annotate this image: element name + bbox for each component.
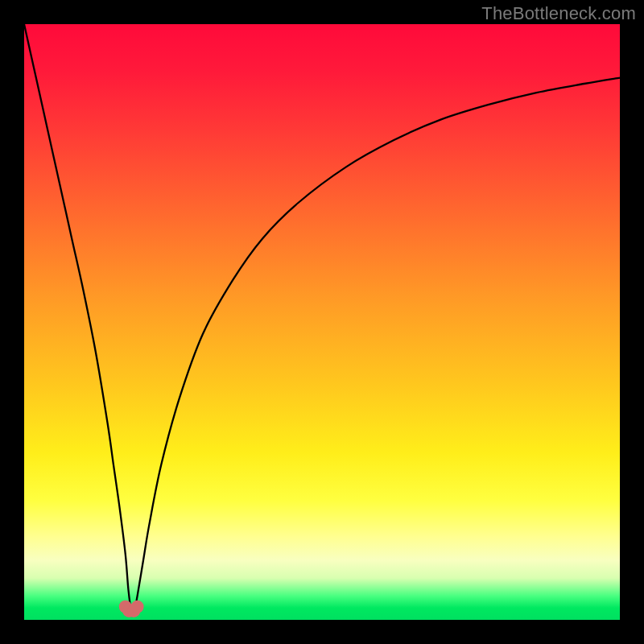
plot-area bbox=[24, 24, 620, 620]
valley-markers bbox=[119, 601, 144, 617]
valley-marker bbox=[131, 601, 144, 613]
chart-frame: TheBottleneck.com bbox=[0, 0, 644, 644]
bottleneck-curve-svg bbox=[24, 24, 620, 620]
bottleneck-curve bbox=[24, 24, 620, 613]
watermark-text: TheBottleneck.com bbox=[481, 3, 636, 24]
